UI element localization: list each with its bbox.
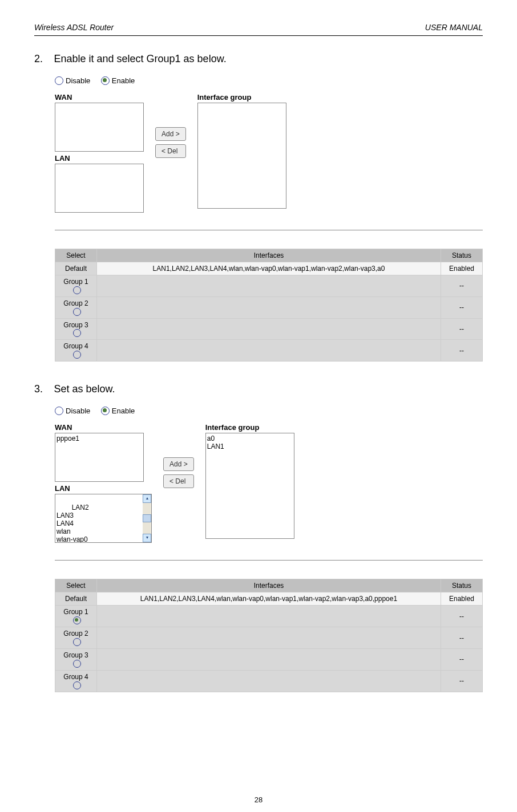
cell-default-ifaces: LAN1,LAN2,LAN3,LAN4,wlan,wlan-vap0,wlan-… bbox=[97, 262, 441, 275]
step-2: 2. Enable it and select Group1 as below. bbox=[34, 53, 483, 65]
table-row-default: Default LAN1,LAN2,LAN3,LAN4,wlan,wlan-va… bbox=[55, 262, 483, 275]
table-row-group4: Group 4 -- bbox=[55, 340, 483, 362]
interface-group-label-3: Interface group bbox=[205, 423, 294, 432]
scroll-thumb[interactable] bbox=[143, 514, 151, 522]
table-separator-3 bbox=[55, 560, 483, 562]
col-status-3: Status bbox=[441, 579, 483, 592]
table-row-group1-3: Group 1 -- bbox=[55, 606, 483, 627]
cell-default-status: Enabled bbox=[441, 262, 483, 275]
col-select-3: Select bbox=[55, 579, 97, 592]
group2-label-3: Group 2 bbox=[63, 630, 88, 638]
table-row-group2-3: Group 2 -- bbox=[55, 627, 483, 649]
wan-listbox-3[interactable]: pppoe1 bbox=[55, 433, 144, 482]
step-2-text: Enable it and select Group1 as below. bbox=[54, 53, 226, 64]
group3-radio[interactable] bbox=[73, 329, 81, 337]
lan-label-3: LAN bbox=[55, 484, 152, 493]
enable-label-3: Enable bbox=[112, 407, 135, 415]
config-buttons-col-3: Add > < Del bbox=[163, 457, 194, 492]
scroll-down-icon[interactable]: ▾ bbox=[143, 534, 151, 542]
scroll-up-icon[interactable]: ▴ bbox=[143, 494, 151, 503]
cell-group2-select: Group 2 bbox=[55, 297, 97, 318]
lan-scrollbar[interactable]: ▴ ▾ bbox=[143, 494, 151, 542]
group4-label: Group 4 bbox=[63, 342, 88, 350]
table-row-group3-3: Group 3 -- bbox=[55, 648, 483, 670]
group4-radio-3[interactable] bbox=[73, 681, 81, 689]
group3-label: Group 3 bbox=[63, 321, 88, 329]
cell-group1-ifaces-3 bbox=[97, 606, 441, 627]
table-row-group3: Group 3 -- bbox=[55, 318, 483, 340]
radio-off-icon bbox=[55, 76, 63, 85]
cell-default-status-3: Enabled bbox=[441, 592, 483, 606]
disable-label: Disable bbox=[66, 76, 90, 85]
config-block-2: Disable Enable WAN LAN Add > < Del Inter… bbox=[55, 76, 483, 362]
lan-listbox[interactable] bbox=[55, 164, 144, 213]
cell-group2-ifaces-3 bbox=[97, 627, 441, 649]
cell-group2-select-3: Group 2 bbox=[55, 627, 97, 649]
group1-radio-3[interactable] bbox=[73, 616, 81, 624]
table-row-default-3: Default LAN1,LAN2,LAN3,LAN4,wlan,wlan-va… bbox=[55, 592, 483, 606]
interface-group-label: Interface group bbox=[197, 93, 286, 102]
enable-radios: Disable Enable bbox=[55, 76, 483, 87]
cell-group4-ifaces-3 bbox=[97, 670, 441, 692]
wan-listbox[interactable] bbox=[55, 103, 144, 152]
table-header-row-3: Select Interfaces Status bbox=[55, 579, 483, 592]
header-right: USER MANUAL bbox=[425, 23, 483, 32]
group3-radio-3[interactable] bbox=[73, 660, 81, 668]
cell-group1-select-3: Group 1 bbox=[55, 606, 97, 627]
cell-group2-ifaces bbox=[97, 297, 441, 318]
config-right-col-3: Interface group a0 LAN1 bbox=[205, 423, 294, 539]
radio-on-icon bbox=[101, 76, 110, 85]
cell-group3-select-3: Group 3 bbox=[55, 648, 97, 670]
interface-group-listbox-3[interactable]: a0 LAN1 bbox=[205, 433, 294, 539]
group4-radio[interactable] bbox=[73, 351, 81, 359]
lan-label: LAN bbox=[55, 154, 144, 163]
add-button-3[interactable]: Add > bbox=[163, 457, 194, 471]
cell-group1-status-3: -- bbox=[441, 606, 483, 627]
lan-listbox-3-content: LAN2 LAN3 LAN4 wlan wlan-vap0 wlan-vap1 … bbox=[56, 504, 89, 543]
table-row-group2: Group 2 -- bbox=[55, 297, 483, 318]
step-2-number: 2. bbox=[34, 53, 51, 65]
config-left-col: WAN LAN bbox=[55, 93, 144, 213]
cell-group3-status-3: -- bbox=[441, 648, 483, 670]
radio-on-icon-3 bbox=[101, 407, 110, 415]
step-3-number: 3. bbox=[34, 383, 51, 395]
group1-label-3: Group 1 bbox=[63, 608, 88, 616]
config-right-col: Interface group bbox=[197, 93, 286, 209]
group2-radio-3[interactable] bbox=[73, 638, 81, 646]
add-button[interactable]: Add > bbox=[155, 127, 186, 141]
del-button[interactable]: < Del bbox=[155, 144, 186, 158]
interface-group-listbox[interactable] bbox=[197, 103, 286, 209]
enable-radio-3[interactable]: Enable bbox=[101, 407, 135, 415]
page-header: Wireless ADSL Router USER MANUAL bbox=[34, 23, 483, 36]
groups-table-3: Select Interfaces Status Default LAN1,LA… bbox=[55, 579, 483, 692]
col-select: Select bbox=[55, 249, 97, 262]
cell-group3-status: -- bbox=[441, 318, 483, 340]
cell-default-label-3: Default bbox=[55, 592, 97, 606]
group1-label: Group 1 bbox=[63, 278, 88, 286]
radio-off-icon-3 bbox=[55, 407, 63, 415]
cell-group4-select: Group 4 bbox=[55, 340, 97, 362]
cell-group4-ifaces bbox=[97, 340, 441, 362]
enable-radio[interactable]: Enable bbox=[101, 76, 135, 85]
group1-radio[interactable] bbox=[73, 286, 81, 294]
lan-listbox-3[interactable]: LAN2 LAN3 LAN4 wlan wlan-vap0 wlan-vap1 … bbox=[55, 494, 152, 543]
cell-group4-select-3: Group 4 bbox=[55, 670, 97, 692]
config-columns: WAN LAN Add > < Del Interface group bbox=[55, 93, 483, 213]
cell-group1-ifaces bbox=[97, 275, 441, 297]
del-button-3[interactable]: < Del bbox=[163, 474, 194, 488]
wan-label-3: WAN bbox=[55, 423, 152, 432]
disable-radio-3[interactable]: Disable bbox=[55, 407, 90, 415]
config-columns-3: WAN pppoe1 LAN LAN2 LAN3 LAN4 wlan wlan-… bbox=[55, 423, 483, 543]
group2-radio[interactable] bbox=[73, 308, 81, 316]
groups-table: Select Interfaces Status Default LAN1,LA… bbox=[55, 249, 483, 362]
cell-group3-select: Group 3 bbox=[55, 318, 97, 340]
table-row-group1: Group 1 -- bbox=[55, 275, 483, 297]
enable-radios-3: Disable Enable bbox=[55, 407, 483, 417]
disable-label-3: Disable bbox=[66, 407, 90, 415]
disable-radio[interactable]: Disable bbox=[55, 76, 90, 85]
cell-default-label: Default bbox=[55, 262, 97, 275]
cell-default-ifaces-3: LAN1,LAN2,LAN3,LAN4,wlan,wlan-vap0,wlan-… bbox=[97, 592, 441, 606]
wan-label: WAN bbox=[55, 93, 144, 102]
group4-label-3: Group 4 bbox=[63, 673, 88, 681]
cell-group4-status-3: -- bbox=[441, 670, 483, 692]
